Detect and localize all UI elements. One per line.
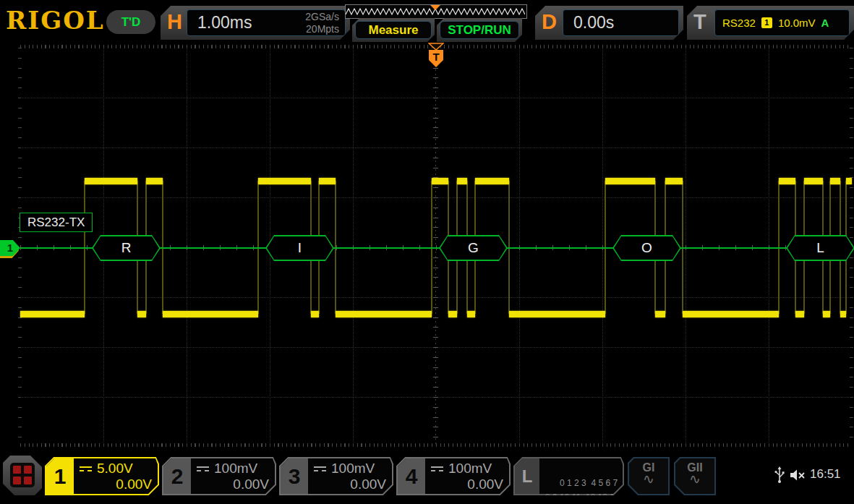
decode-bubble: I <box>265 235 334 261</box>
waveform-segment <box>258 178 311 184</box>
clock: 16:51 <box>810 467 841 482</box>
generator-button-face: GII∿ <box>675 458 714 494</box>
channel-scale-row: 5.00V <box>80 461 152 477</box>
waveform-segment <box>665 178 683 184</box>
horizontal-label: H <box>167 10 182 34</box>
trigger-level: 10.0mV <box>778 17 816 29</box>
waveform-segment <box>311 311 319 317</box>
waveform-segment <box>448 311 457 317</box>
logic-box-label: L <box>515 458 539 494</box>
memory-position-bar <box>345 4 527 19</box>
speaker-muted-icon <box>790 469 807 482</box>
oscilloscope-screen: RIGOL T'D H 1.00ms 2GSa/s 20Mpts Measure… <box>0 0 854 504</box>
decode-bubble: L <box>786 235 854 261</box>
waveform-segment <box>683 311 779 317</box>
channel-number-tab: 1 <box>46 458 74 494</box>
trigger-panel[interactable]: T RS232 1 10.0mV A <box>687 6 854 40</box>
decode-bubble-char: I <box>267 236 333 260</box>
waveform-segment <box>467 311 475 317</box>
trigger-type: RS232 <box>722 17 756 29</box>
channel-offset: 0.00V <box>350 477 386 492</box>
memory-waveform-icon <box>346 5 525 17</box>
channel-scale: 100mV <box>448 461 492 477</box>
waveform-segment <box>840 311 846 317</box>
dc-coupling-icon <box>80 466 92 471</box>
channel-scale-row: 100mV <box>314 461 386 477</box>
waveform-segment <box>655 311 665 317</box>
channel-3-box[interactable]: 3100mV0.00V <box>279 457 393 495</box>
waveform-segment <box>830 178 840 184</box>
dc-coupling-icon <box>314 466 326 471</box>
delay-panel[interactable]: D 0.00s <box>535 6 683 40</box>
logic-channel-numbers: 0 1 2 3 4 5 6 78 9 10 11 12 13 14 15 <box>545 461 631 504</box>
timebase-value: 1.00ms <box>197 13 252 33</box>
channel-offset: 0.00V <box>116 477 152 492</box>
waveform-segment <box>432 178 448 184</box>
waveform-segment <box>509 311 605 317</box>
usb-icon <box>774 466 785 484</box>
trigger-label: T <box>693 10 706 34</box>
decode-bubble-char: L <box>787 236 853 260</box>
decode-bubble: R <box>92 235 161 261</box>
channel-number-tab: 4 <box>398 458 425 494</box>
waveform-segment <box>146 178 163 184</box>
trigger-source-badge: 1 <box>761 17 772 28</box>
trigger-position-triangle-icon[interactable] <box>428 43 444 51</box>
channel-4-box[interactable]: 4100mV0.00V <box>396 457 511 495</box>
waveform-segment <box>475 178 509 184</box>
channel-number-tab: 2 <box>163 458 191 494</box>
waveform-segment <box>795 311 804 317</box>
waveform-segment <box>779 178 795 184</box>
timebase-field: 1.00ms 2GSa/s 20Mpts <box>187 9 346 36</box>
decode-channel-marker[interactable]: 1 <box>0 240 20 256</box>
decode-bubble-char: R <box>93 236 159 260</box>
waveform-segment <box>823 311 830 317</box>
waveform-segment <box>846 178 852 184</box>
acquisition-info: 2GSa/s 20Mpts <box>305 11 339 35</box>
channel-1-box[interactable]: 15.00V0.00V <box>45 457 159 495</box>
waveform-segment <box>85 178 137 184</box>
decode-bubble-char: O <box>614 236 680 260</box>
trigger-status-badge: T'D <box>106 10 155 34</box>
channel-offset: 0.00V <box>233 477 269 492</box>
logic-channels-box[interactable]: L 0 1 2 3 4 5 6 78 9 10 11 12 13 14 15 <box>513 457 624 495</box>
waveform-segment <box>605 178 655 184</box>
waveform-segment <box>319 178 336 184</box>
channel-scale-row: 100mV <box>431 461 503 477</box>
channel-scale: 100mV <box>214 461 257 477</box>
channel-offset: 0.00V <box>467 477 503 492</box>
generator-2-button[interactable]: GII∿ <box>674 457 716 495</box>
decode-bus-label: RS232-TX <box>20 213 93 232</box>
decode-bubble: G <box>439 235 508 261</box>
channel-2-box[interactable]: 2100mV0.00V <box>162 457 276 495</box>
delay-label: D <box>542 10 557 34</box>
waveform-segment <box>336 311 432 317</box>
trigger-position-marker[interactable]: T <box>429 50 443 67</box>
trigger-sweep-mode: A <box>821 17 829 29</box>
delay-field: 0.00s <box>563 9 679 36</box>
channel-scale-row: 100mV <box>197 461 269 477</box>
channel-scale: 5.00V <box>97 461 133 477</box>
generator-1-button[interactable]: GI∿ <box>628 457 670 495</box>
menu-grid-icon <box>10 463 35 487</box>
waveform-segment <box>20 311 85 317</box>
trigger-field: RS232 1 10.0mV A <box>714 9 850 36</box>
dc-coupling-icon <box>431 466 443 471</box>
decode-bubble-char: G <box>440 236 506 260</box>
run-stop-button-tray: STOP/RUN <box>437 18 522 42</box>
channel-number-tab: 3 <box>281 458 308 494</box>
sine-icon: ∿ <box>675 474 714 484</box>
run-stop-button[interactable]: STOP/RUN <box>440 21 519 39</box>
measure-button[interactable]: Measure <box>355 21 432 39</box>
dc-coupling-icon <box>197 466 209 471</box>
generator-button-face: GI∿ <box>629 458 668 494</box>
waveform-segment <box>804 178 823 184</box>
waveform-segment <box>457 178 467 184</box>
horizontal-panel[interactable]: H 1.00ms 2GSa/s 20Mpts <box>161 6 350 40</box>
channel-scale: 100mV <box>331 461 375 477</box>
delay-value: 0.00s <box>573 13 614 33</box>
sine-icon: ∿ <box>629 474 668 484</box>
waveform-segment <box>137 311 146 317</box>
quick-menu-button[interactable] <box>3 456 42 495</box>
measure-button-tray: Measure <box>352 18 435 42</box>
